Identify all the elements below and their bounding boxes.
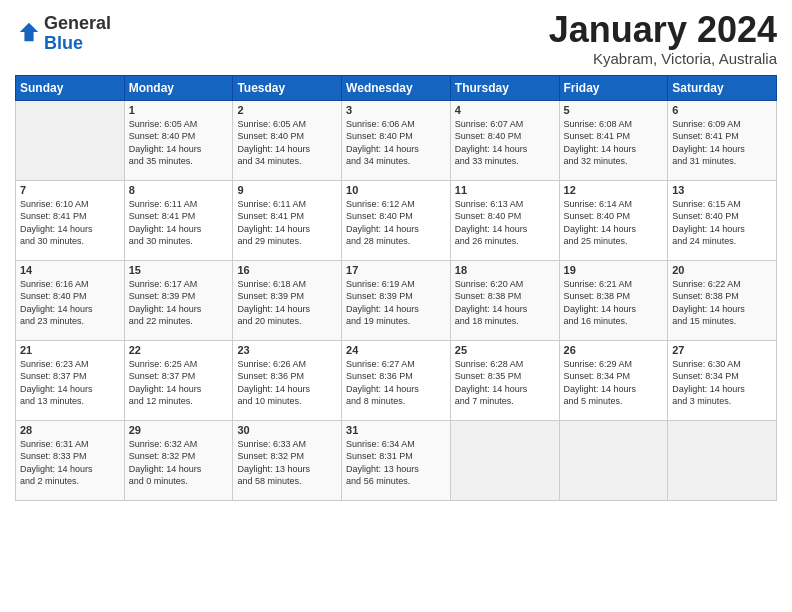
- day-number: 19: [564, 264, 664, 276]
- day-info: Sunrise: 6:30 AM Sunset: 8:34 PM Dayligh…: [672, 358, 772, 408]
- day-number: 22: [129, 344, 229, 356]
- day-info: Sunrise: 6:34 AM Sunset: 8:31 PM Dayligh…: [346, 438, 446, 488]
- day-info: Sunrise: 6:18 AM Sunset: 8:39 PM Dayligh…: [237, 278, 337, 328]
- day-number: 3: [346, 104, 446, 116]
- day-number: 5: [564, 104, 664, 116]
- week-row: 28Sunrise: 6:31 AM Sunset: 8:33 PM Dayli…: [16, 420, 777, 500]
- day-info: Sunrise: 6:26 AM Sunset: 8:36 PM Dayligh…: [237, 358, 337, 408]
- day-info: Sunrise: 6:28 AM Sunset: 8:35 PM Dayligh…: [455, 358, 555, 408]
- day-cell: 17Sunrise: 6:19 AM Sunset: 8:39 PM Dayli…: [342, 260, 451, 340]
- day-number: 11: [455, 184, 555, 196]
- day-cell: [450, 420, 559, 500]
- day-number: 10: [346, 184, 446, 196]
- day-cell: 20Sunrise: 6:22 AM Sunset: 8:38 PM Dayli…: [668, 260, 777, 340]
- day-cell: 8Sunrise: 6:11 AM Sunset: 8:41 PM Daylig…: [124, 180, 233, 260]
- header-row: SundayMondayTuesdayWednesdayThursdayFrid…: [16, 75, 777, 100]
- day-header: Saturday: [668, 75, 777, 100]
- day-info: Sunrise: 6:33 AM Sunset: 8:32 PM Dayligh…: [237, 438, 337, 488]
- day-info: Sunrise: 6:13 AM Sunset: 8:40 PM Dayligh…: [455, 198, 555, 248]
- week-row: 7Sunrise: 6:10 AM Sunset: 8:41 PM Daylig…: [16, 180, 777, 260]
- logo-blue-text: Blue: [44, 33, 83, 53]
- day-number: 13: [672, 184, 772, 196]
- day-number: 16: [237, 264, 337, 276]
- week-row: 21Sunrise: 6:23 AM Sunset: 8:37 PM Dayli…: [16, 340, 777, 420]
- day-info: Sunrise: 6:15 AM Sunset: 8:40 PM Dayligh…: [672, 198, 772, 248]
- day-number: 23: [237, 344, 337, 356]
- day-cell: 3Sunrise: 6:06 AM Sunset: 8:40 PM Daylig…: [342, 100, 451, 180]
- logo: General Blue: [15, 14, 111, 54]
- header: General Blue January 2024 Kyabram, Victo…: [15, 10, 777, 67]
- day-info: Sunrise: 6:19 AM Sunset: 8:39 PM Dayligh…: [346, 278, 446, 328]
- day-info: Sunrise: 6:20 AM Sunset: 8:38 PM Dayligh…: [455, 278, 555, 328]
- day-cell: 30Sunrise: 6:33 AM Sunset: 8:32 PM Dayli…: [233, 420, 342, 500]
- day-number: 6: [672, 104, 772, 116]
- day-info: Sunrise: 6:22 AM Sunset: 8:38 PM Dayligh…: [672, 278, 772, 328]
- week-row: 1Sunrise: 6:05 AM Sunset: 8:40 PM Daylig…: [16, 100, 777, 180]
- day-cell: 29Sunrise: 6:32 AM Sunset: 8:32 PM Dayli…: [124, 420, 233, 500]
- logo-icon: [18, 21, 40, 43]
- day-cell: 12Sunrise: 6:14 AM Sunset: 8:40 PM Dayli…: [559, 180, 668, 260]
- day-number: 14: [20, 264, 120, 276]
- month-title: January 2024: [549, 10, 777, 50]
- day-header: Friday: [559, 75, 668, 100]
- day-cell: 14Sunrise: 6:16 AM Sunset: 8:40 PM Dayli…: [16, 260, 125, 340]
- day-cell: 21Sunrise: 6:23 AM Sunset: 8:37 PM Dayli…: [16, 340, 125, 420]
- day-number: 8: [129, 184, 229, 196]
- logo-general-text: General: [44, 13, 111, 33]
- day-cell: [559, 420, 668, 500]
- day-number: 20: [672, 264, 772, 276]
- day-info: Sunrise: 6:17 AM Sunset: 8:39 PM Dayligh…: [129, 278, 229, 328]
- day-number: 15: [129, 264, 229, 276]
- day-cell: [668, 420, 777, 500]
- day-cell: [16, 100, 125, 180]
- day-cell: 26Sunrise: 6:29 AM Sunset: 8:34 PM Dayli…: [559, 340, 668, 420]
- day-info: Sunrise: 6:11 AM Sunset: 8:41 PM Dayligh…: [237, 198, 337, 248]
- day-info: Sunrise: 6:11 AM Sunset: 8:41 PM Dayligh…: [129, 198, 229, 248]
- day-cell: 7Sunrise: 6:10 AM Sunset: 8:41 PM Daylig…: [16, 180, 125, 260]
- day-info: Sunrise: 6:06 AM Sunset: 8:40 PM Dayligh…: [346, 118, 446, 168]
- day-number: 30: [237, 424, 337, 436]
- day-cell: 6Sunrise: 6:09 AM Sunset: 8:41 PM Daylig…: [668, 100, 777, 180]
- day-cell: 28Sunrise: 6:31 AM Sunset: 8:33 PM Dayli…: [16, 420, 125, 500]
- location-subtitle: Kyabram, Victoria, Australia: [549, 50, 777, 67]
- day-header: Tuesday: [233, 75, 342, 100]
- day-number: 29: [129, 424, 229, 436]
- day-number: 4: [455, 104, 555, 116]
- day-info: Sunrise: 6:21 AM Sunset: 8:38 PM Dayligh…: [564, 278, 664, 328]
- day-cell: 31Sunrise: 6:34 AM Sunset: 8:31 PM Dayli…: [342, 420, 451, 500]
- day-number: 7: [20, 184, 120, 196]
- day-header: Sunday: [16, 75, 125, 100]
- day-cell: 24Sunrise: 6:27 AM Sunset: 8:36 PM Dayli…: [342, 340, 451, 420]
- day-info: Sunrise: 6:05 AM Sunset: 8:40 PM Dayligh…: [237, 118, 337, 168]
- day-cell: 16Sunrise: 6:18 AM Sunset: 8:39 PM Dayli…: [233, 260, 342, 340]
- day-cell: 15Sunrise: 6:17 AM Sunset: 8:39 PM Dayli…: [124, 260, 233, 340]
- day-number: 18: [455, 264, 555, 276]
- day-number: 27: [672, 344, 772, 356]
- day-info: Sunrise: 6:08 AM Sunset: 8:41 PM Dayligh…: [564, 118, 664, 168]
- day-info: Sunrise: 6:27 AM Sunset: 8:36 PM Dayligh…: [346, 358, 446, 408]
- day-number: 9: [237, 184, 337, 196]
- day-cell: 5Sunrise: 6:08 AM Sunset: 8:41 PM Daylig…: [559, 100, 668, 180]
- day-number: 26: [564, 344, 664, 356]
- day-number: 1: [129, 104, 229, 116]
- day-info: Sunrise: 6:32 AM Sunset: 8:32 PM Dayligh…: [129, 438, 229, 488]
- day-cell: 1Sunrise: 6:05 AM Sunset: 8:40 PM Daylig…: [124, 100, 233, 180]
- svg-marker-0: [20, 23, 38, 41]
- day-info: Sunrise: 6:23 AM Sunset: 8:37 PM Dayligh…: [20, 358, 120, 408]
- day-cell: 13Sunrise: 6:15 AM Sunset: 8:40 PM Dayli…: [668, 180, 777, 260]
- day-cell: 9Sunrise: 6:11 AM Sunset: 8:41 PM Daylig…: [233, 180, 342, 260]
- day-number: 31: [346, 424, 446, 436]
- title-block: January 2024 Kyabram, Victoria, Australi…: [549, 10, 777, 67]
- day-number: 17: [346, 264, 446, 276]
- day-info: Sunrise: 6:16 AM Sunset: 8:40 PM Dayligh…: [20, 278, 120, 328]
- day-info: Sunrise: 6:05 AM Sunset: 8:40 PM Dayligh…: [129, 118, 229, 168]
- day-info: Sunrise: 6:09 AM Sunset: 8:41 PM Dayligh…: [672, 118, 772, 168]
- day-cell: 4Sunrise: 6:07 AM Sunset: 8:40 PM Daylig…: [450, 100, 559, 180]
- calendar-table: SundayMondayTuesdayWednesdayThursdayFrid…: [15, 75, 777, 501]
- day-header: Thursday: [450, 75, 559, 100]
- day-cell: 2Sunrise: 6:05 AM Sunset: 8:40 PM Daylig…: [233, 100, 342, 180]
- day-cell: 10Sunrise: 6:12 AM Sunset: 8:40 PM Dayli…: [342, 180, 451, 260]
- day-cell: 22Sunrise: 6:25 AM Sunset: 8:37 PM Dayli…: [124, 340, 233, 420]
- day-info: Sunrise: 6:10 AM Sunset: 8:41 PM Dayligh…: [20, 198, 120, 248]
- day-info: Sunrise: 6:12 AM Sunset: 8:40 PM Dayligh…: [346, 198, 446, 248]
